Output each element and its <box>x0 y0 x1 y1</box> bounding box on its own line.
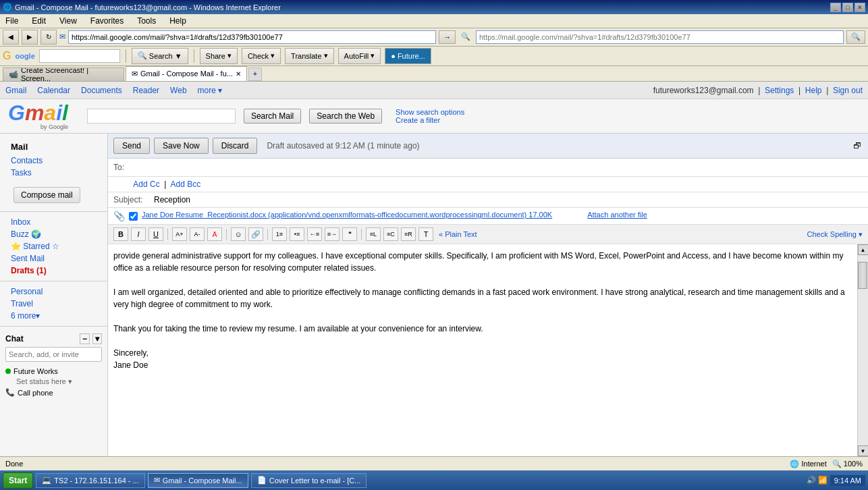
gmail-nav-reader[interactable]: Reader <box>133 86 159 95</box>
align-center-button[interactable]: ≡C <box>383 227 398 241</box>
gmail-nav-calendar[interactable]: Calendar <box>37 86 70 95</box>
menu-help[interactable]: Help <box>167 15 189 27</box>
scroll-up-button[interactable]: ▲ <box>858 244 869 255</box>
google-search-input[interactable] <box>39 49 120 63</box>
create-filter-link[interactable]: Create a filter <box>396 116 464 124</box>
scroll-down-button[interactable]: ▼ <box>858 445 869 456</box>
chat-minus-button[interactable]: − <box>80 333 90 344</box>
sidebar-contacts[interactable]: Contacts <box>0 155 107 167</box>
to-input[interactable] <box>154 161 863 173</box>
search-button[interactable]: 🔍 Search ▼ <box>132 48 188 64</box>
check-button[interactable]: Check▾ <box>242 48 281 64</box>
email-body[interactable]: provide general administrative support f… <box>108 244 857 456</box>
subject-row: Subject: <box>108 192 868 208</box>
future-button[interactable]: ● Future... <box>385 48 431 64</box>
sidebar-more[interactable]: 6 more▾ <box>0 310 107 322</box>
indent-less-button[interactable]: ←≡ <box>307 227 322 241</box>
attachment-link[interactable]: Jane Doe Resume_Receptionist.docx (appli… <box>142 211 552 219</box>
address-input[interactable] <box>68 30 436 44</box>
attachment-checkbox[interactable] <box>129 212 138 221</box>
sidebar-personal[interactable]: Personal <box>0 285 107 298</box>
chat-search-input[interactable] <box>5 347 102 362</box>
go-button[interactable]: → <box>439 30 456 44</box>
gmail-search-input[interactable] <box>87 109 236 124</box>
chat-future-works-label[interactable]: Future Works <box>13 367 58 375</box>
menu-tools[interactable]: Tools <box>134 15 159 27</box>
save-now-button[interactable]: Save Now <box>154 138 209 154</box>
sidebar-drafts[interactable]: Drafts (1) <box>0 265 107 277</box>
blockquote-button[interactable]: ❝ <box>342 227 357 241</box>
autofill-button[interactable]: AutoFill▾ <box>338 48 381 64</box>
taskbar-item-1[interactable]: ✉ Gmail - Compose Mail... <box>148 473 248 488</box>
bold-button[interactable]: B <box>113 227 128 241</box>
align-right-button[interactable]: ≡R <box>401 227 416 241</box>
underline-button[interactable]: U <box>148 227 163 241</box>
remove-format-button[interactable]: T <box>418 227 433 241</box>
font-size-down-button[interactable]: A- <box>190 227 205 241</box>
call-phone-label[interactable]: Call phone <box>18 389 53 397</box>
compose-mail-button[interactable]: Compose mail <box>13 187 80 203</box>
font-size-up-button[interactable]: A+ <box>172 227 187 241</box>
check-spelling-link[interactable]: Check Spelling ▾ <box>807 230 863 239</box>
menu-edit[interactable]: Edit <box>29 15 49 27</box>
share-button[interactable]: Share▾ <box>200 48 238 64</box>
taskbar-item-0[interactable]: 💻 TS2 - 172.16.151.164 - ... <box>36 473 144 488</box>
gmail-nav-gmail[interactable]: Gmail <box>5 86 26 95</box>
plain-text-link[interactable]: « Plain Text <box>439 230 477 238</box>
taskbar-icon-1: ✉ <box>154 476 160 485</box>
chat-settings-button[interactable]: ▾ <box>92 333 102 344</box>
sidebar-tasks[interactable]: Tasks <box>0 167 107 179</box>
sidebar-inbox[interactable]: Inbox <box>0 216 107 228</box>
italic-button[interactable]: I <box>131 227 146 241</box>
attach-another-link[interactable]: Attach another file <box>587 211 647 219</box>
search-input[interactable] <box>476 30 844 44</box>
align-left-button[interactable]: ≡L <box>366 227 381 241</box>
sidebar-sent[interactable]: Sent Mail <box>0 252 107 265</box>
add-cc-link[interactable]: Add Cc <box>133 180 159 189</box>
restore-button[interactable]: □ <box>842 3 853 12</box>
scroll-thumb[interactable] <box>858 262 867 289</box>
refresh-button[interactable]: ↻ <box>40 30 57 45</box>
settings-link[interactable]: Settings <box>765 86 794 95</box>
menu-view[interactable]: View <box>57 15 80 27</box>
menu-file[interactable]: File <box>3 15 21 27</box>
sidebar-travel[interactable]: Travel <box>0 298 107 310</box>
add-bcc-link[interactable]: Add Bcc <box>171 180 201 189</box>
sidebar-buzz[interactable]: Buzz 🌍 <box>0 228 107 240</box>
font-color-button[interactable]: A <box>207 227 222 241</box>
search-web-button[interactable]: Search the Web <box>309 109 382 124</box>
emoticon-button[interactable]: ☺ <box>231 227 246 241</box>
forward-button[interactable]: ▶ <box>22 30 38 45</box>
ol-button[interactable]: 1≡ <box>272 227 287 241</box>
taskbar-clock: 9:14 AM <box>830 475 865 486</box>
start-button[interactable]: Start <box>3 472 33 489</box>
send-button[interactable]: Send <box>113 138 150 154</box>
menu-favorites[interactable]: Favorites <box>88 15 126 27</box>
gmail-nav-documents[interactable]: Documents <box>81 86 122 95</box>
back-button[interactable]: ◀ <box>3 30 19 45</box>
search-go-button[interactable]: 🔍 <box>846 30 865 44</box>
search-mail-button[interactable]: Search Mail <box>244 109 301 124</box>
link-button[interactable]: 🔗 <box>248 227 263 241</box>
minimize-button[interactable]: _ <box>830 3 841 12</box>
tab-1[interactable]: ✉ Gmail - Compose Mail - fu... ✕ <box>126 66 247 81</box>
taskbar-item-2[interactable]: 📄 Cover Letter to e-mail - [C... <box>251 473 367 488</box>
popout-icon[interactable]: 🗗 <box>852 140 863 152</box>
gmail-nav-web[interactable]: Web <box>170 86 186 95</box>
show-search-options-link[interactable]: Show search options <box>396 108 464 116</box>
translate-button[interactable]: Translate▾ <box>285 48 333 64</box>
help-link[interactable]: Help <box>805 86 822 95</box>
scrollbar[interactable]: ▲ ▼ <box>857 244 868 456</box>
signout-link[interactable]: Sign out <box>833 86 863 95</box>
sidebar-starred[interactable]: ⭐ Starred ☆ <box>0 240 107 252</box>
tab-0[interactable]: 📹 Create Screencast! | Screen... <box>3 67 124 81</box>
tab-close-1[interactable]: ✕ <box>236 70 241 78</box>
close-button[interactable]: ✕ <box>855 3 865 12</box>
ul-button[interactable]: •≡ <box>290 227 304 241</box>
discard-button[interactable]: Discard <box>213 138 258 154</box>
indent-more-button[interactable]: ≡→ <box>325 227 340 241</box>
new-tab-button[interactable]: + <box>248 67 262 81</box>
status-text: Done <box>5 460 784 468</box>
gmail-nav-more[interactable]: more ▾ <box>198 86 223 95</box>
subject-input[interactable] <box>154 195 863 205</box>
